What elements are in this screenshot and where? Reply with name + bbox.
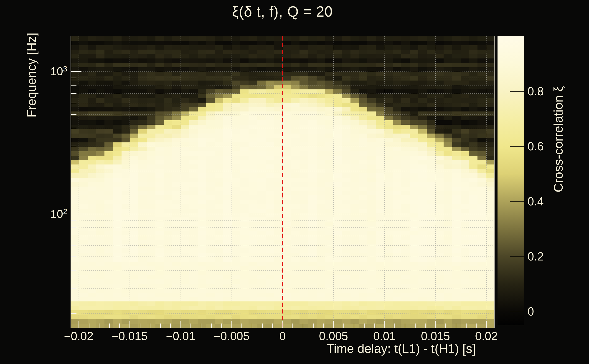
colorbar-tick-label: 0.4 xyxy=(528,195,544,208)
x-tick-label: 0.005 xyxy=(319,329,348,343)
heatmap-canvas xyxy=(71,36,495,328)
x-tick-label: 0.015 xyxy=(421,329,450,343)
colorbar-tick-label: 0.8 xyxy=(528,85,544,98)
colorbar-tick xyxy=(510,201,524,202)
x-tick-label: −0.015 xyxy=(112,329,147,343)
x-tick-label: 0.02 xyxy=(475,329,498,343)
figure: ξ(δ t, f), Q = 20 Frequency [Hz] 103102 … xyxy=(0,0,589,364)
x-tick-label: 0.01 xyxy=(373,329,396,343)
page-title: ξ(δ t, f), Q = 20 xyxy=(232,3,333,20)
colorbar xyxy=(497,36,524,325)
x-tick-label: −0.02 xyxy=(64,329,93,343)
colorbar-tick-label: 0.6 xyxy=(528,140,544,153)
colorbar-tick-label: 0 xyxy=(528,305,534,318)
colorbar-tick xyxy=(510,311,524,312)
y-tick-label: 102 xyxy=(50,207,67,221)
colorbar-tick xyxy=(510,91,524,92)
colorbar-label: Cross-correlation ξ xyxy=(551,86,566,192)
y-tick-label: 103 xyxy=(50,64,67,78)
colorbar-tick-label: 0.2 xyxy=(528,250,544,263)
x-tick-label: 0 xyxy=(279,329,286,343)
x-axis-label: Time delay: t(L1) - t(H1) [s] xyxy=(327,341,476,356)
colorbar-tick xyxy=(510,256,524,257)
y-axis-label: Frequency [Hz] xyxy=(24,33,39,118)
colorbar-tick xyxy=(510,146,524,147)
x-tick-label: −0.01 xyxy=(166,329,195,343)
x-tick-label: −0.005 xyxy=(214,329,249,343)
